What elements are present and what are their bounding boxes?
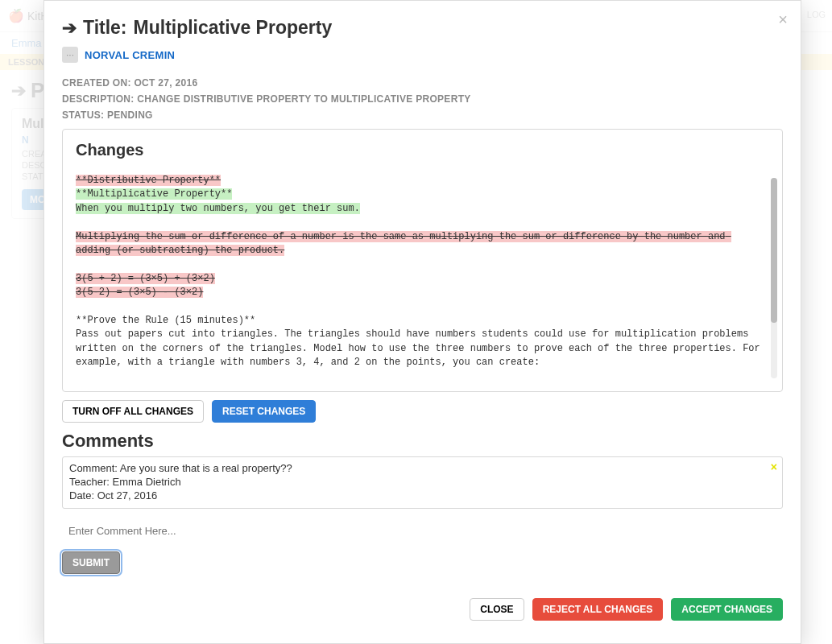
comment-date: Date: Oct 27, 2016: [69, 489, 776, 502]
comment-text: Comment: Are you sure that is a real pro…: [69, 462, 776, 474]
title-prefix: Title:: [83, 17, 127, 39]
changes-panel: Changes **Distributive Property** **Mult…: [62, 129, 783, 392]
modal-footer: CLOSE REJECT ALL CHANGES ACCEPT CHANGES: [62, 598, 783, 621]
diff-area[interactable]: **Distributive Property** **Multiplicati…: [76, 174, 769, 383]
modal-title: ➔ Title: Multiplicative Property: [62, 17, 783, 39]
diff-add: **Multiplicative Property**: [76, 188, 232, 200]
accept-changes-button[interactable]: ACCEPT CHANGES: [671, 598, 783, 621]
close-icon[interactable]: ×: [778, 10, 788, 29]
pull-request-modal: × ➔ Title: Multiplicative Property ··· N…: [43, 0, 801, 644]
diff-kept: **Prove the Rule (15 minutes)**: [76, 315, 255, 326]
comments-header: Comments: [62, 431, 783, 452]
reject-all-changes-button[interactable]: REJECT ALL CHANGES: [532, 598, 664, 621]
description-line: DESCRIPTION: CHANGE DISTRIBUTIVE PROPERT…: [62, 93, 783, 105]
diff-add: When you multiply two numbers, you get t…: [76, 203, 360, 214]
created-on-line: CREATED ON: OCT 27, 2016: [62, 77, 783, 89]
changes-header: Changes: [76, 141, 769, 159]
diff-del: Multiplying the sum or difference of a n…: [76, 231, 731, 256]
submit-button[interactable]: SUBMIT: [62, 551, 120, 574]
turn-off-all-changes-button[interactable]: TURN OFF ALL CHANGES: [62, 400, 204, 423]
comment-item: × Comment: Are you sure that is a real p…: [62, 456, 783, 509]
title-text: Multiplicative Property: [134, 17, 333, 39]
status-line: STATUS: PENDING: [62, 109, 783, 121]
changes-action-row: TURN OFF ALL CHANGES RESET CHANGES: [62, 400, 783, 423]
arrow-right-icon: ➔: [62, 18, 77, 39]
comment-close-icon[interactable]: ×: [771, 460, 777, 473]
close-button[interactable]: CLOSE: [470, 598, 524, 621]
diff-kept: Pass out papers cut into triangles. The …: [76, 328, 766, 368]
reset-changes-button[interactable]: RESET CHANGES: [212, 400, 316, 423]
diff-del: **Distributive Property**: [76, 175, 221, 186]
scrollbar[interactable]: [771, 178, 777, 378]
author-link[interactable]: NORVAL CREMIN: [85, 49, 175, 61]
diff-del: 3(5 + 2) = (3×5) + (3×2): [76, 273, 215, 284]
scroll-thumb[interactable]: [771, 178, 777, 323]
avatar: ···: [62, 47, 78, 63]
author-row: ··· NORVAL CREMIN: [62, 47, 783, 63]
diff-del: 3(5-2) = (3×5) - (3×2): [76, 287, 203, 298]
comment-input[interactable]: [62, 520, 783, 551]
comment-teacher: Teacher: Emma Dietrich: [69, 476, 776, 488]
